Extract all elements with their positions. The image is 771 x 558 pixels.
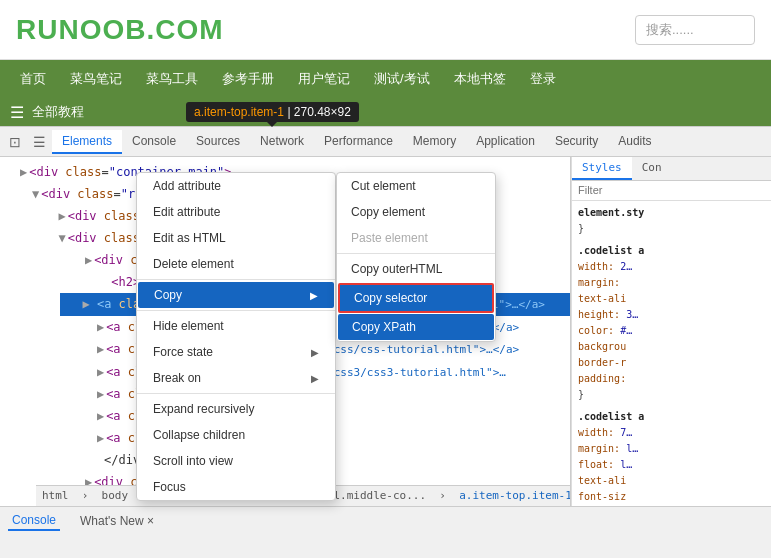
copy-submenu: Cut element Copy element Paste element C…: [336, 172, 496, 342]
ctx-add-attribute[interactable]: Add attribute: [137, 173, 335, 199]
styles-panel: Styles Con element.sty } .codelist a wid…: [571, 157, 771, 506]
ctx-separator: [137, 279, 335, 280]
ctx-edit-html[interactable]: Edit as HTML: [137, 225, 335, 251]
tab-audits[interactable]: Audits: [608, 130, 661, 154]
logo: RUNOOB.COM: [16, 14, 224, 46]
context-menu: Add attribute Edit attribute Edit as HTM…: [136, 172, 336, 501]
bottom-tab-whatsnew[interactable]: What's New ×: [76, 512, 158, 530]
element-tooltip: a.item-top.item-1 | 270.48×92: [186, 102, 359, 122]
styles-content: element.sty } .codelist a width: 2… marg…: [572, 201, 771, 506]
tooltip-size: | 270.48×92: [287, 105, 351, 119]
ctx-edit-attribute[interactable]: Edit attribute: [137, 199, 335, 225]
tab-security[interactable]: Security: [545, 130, 608, 154]
style-prop: margin:: [578, 275, 765, 291]
green-bar: ☰ 全部教程: [0, 98, 771, 126]
style-brace: }: [578, 221, 765, 237]
tab-application[interactable]: Application: [466, 130, 545, 154]
ctx-collapse-children[interactable]: Collapse children: [137, 422, 335, 448]
logo-text1: RUNOOB: [16, 14, 146, 45]
style-prop: width: 2…: [578, 259, 765, 275]
ctx-break-on[interactable]: Break on ▶: [137, 365, 335, 391]
hamburger-icon[interactable]: ☰: [10, 103, 24, 122]
style-prop: margin: l…: [578, 441, 765, 457]
style-prop: padding:: [578, 371, 765, 387]
style-block-codelist1: .codelist a width: 2… margin: text-ali h…: [578, 243, 765, 403]
ctx-separator: [137, 393, 335, 394]
nav-tools[interactable]: 菜鸟工具: [136, 66, 208, 92]
sub-cut-element[interactable]: Cut element: [337, 173, 495, 199]
style-brace: }: [578, 387, 765, 403]
sub-copy-selector[interactable]: Copy selector: [338, 283, 494, 313]
style-prop: color: #…: [578, 323, 765, 339]
styles-filter[interactable]: [572, 181, 771, 201]
search-box[interactable]: 搜索......: [635, 15, 755, 45]
nav-test[interactable]: 测试/考试: [364, 66, 440, 92]
ctx-hide-element[interactable]: Hide element: [137, 313, 335, 339]
ctx-force-state[interactable]: Force state ▶: [137, 339, 335, 365]
filter-input[interactable]: [578, 184, 765, 196]
ctx-arrow-icon: ▶: [311, 347, 319, 358]
sub-copy-xpath[interactable]: Copy XPath: [338, 314, 494, 340]
style-prop: text-ali: [578, 291, 765, 307]
ctx-focus[interactable]: Focus: [137, 474, 335, 500]
sub-copy-outerhtml[interactable]: Copy outerHTML: [337, 256, 495, 282]
style-prop: float: l…: [578, 457, 765, 473]
ctx-arrow-icon: ▶: [310, 290, 318, 301]
nav-home[interactable]: 首页: [10, 66, 56, 92]
nav-notes[interactable]: 菜鸟笔记: [60, 66, 132, 92]
tooltip-class: a.item-top.item-1: [194, 105, 284, 119]
nav-login[interactable]: 登录: [520, 66, 566, 92]
tab-styles[interactable]: Styles: [572, 157, 632, 180]
style-prop: backgrou: [578, 339, 765, 355]
nav-user-notes[interactable]: 用户笔记: [288, 66, 360, 92]
logo-text2: .COM: [146, 14, 223, 45]
style-prop: text-ali: [578, 473, 765, 489]
ctx-arrow-icon: ▶: [311, 373, 319, 384]
tab-console[interactable]: Console: [122, 130, 186, 154]
style-block-element: element.sty }: [578, 205, 765, 237]
bottom-tab-console[interactable]: Console: [8, 511, 60, 531]
style-selector: .codelist a: [578, 243, 765, 259]
devtools-tabs: ⊡ ☰ Elements Console Sources Network Per…: [0, 127, 771, 157]
tab-sources[interactable]: Sources: [186, 130, 250, 154]
tab-network[interactable]: Network: [250, 130, 314, 154]
style-selector: .codelist a: [578, 409, 765, 425]
top-bar: RUNOOB.COM 搜索......: [0, 0, 771, 60]
tab-memory[interactable]: Memory: [403, 130, 466, 154]
ctx-delete-element[interactable]: Delete element: [137, 251, 335, 277]
sub-separator: [337, 253, 495, 254]
bottom-bar: Console What's New ×: [0, 506, 771, 534]
ctx-expand-recursively[interactable]: Expand recursively: [137, 396, 335, 422]
ctx-scroll-into-view[interactable]: Scroll into view: [137, 448, 335, 474]
styles-tabs: Styles Con: [572, 157, 771, 181]
sidebar-label: 全部教程: [32, 103, 84, 121]
style-prop: width: 7…: [578, 425, 765, 441]
tab-computed[interactable]: Con: [632, 157, 672, 180]
nav-reference[interactable]: 参考手册: [212, 66, 284, 92]
ctx-copy[interactable]: Copy ▶: [138, 282, 334, 308]
nav-bookmarks[interactable]: 本地书签: [444, 66, 516, 92]
style-prop: font-siz: [578, 489, 765, 505]
tab-elements[interactable]: Elements: [52, 130, 122, 154]
nav-bar: 首页 菜鸟笔记 菜鸟工具 参考手册 用户笔记 测试/考试 本地书签 登录: [0, 60, 771, 98]
style-prop: height: 3…: [578, 307, 765, 323]
style-prop: border-r: [578, 355, 765, 371]
sub-paste-element: Paste element: [337, 225, 495, 251]
sub-copy-element[interactable]: Copy element: [337, 199, 495, 225]
inspect-icon[interactable]: ☰: [28, 131, 50, 153]
style-block-codelist2: .codelist a width: 7… margin: l… float: …: [578, 409, 765, 505]
style-selector: element.sty: [578, 205, 765, 221]
ctx-separator: [137, 310, 335, 311]
cursor-icon[interactable]: ⊡: [4, 131, 26, 153]
tab-performance[interactable]: Performance: [314, 130, 403, 154]
